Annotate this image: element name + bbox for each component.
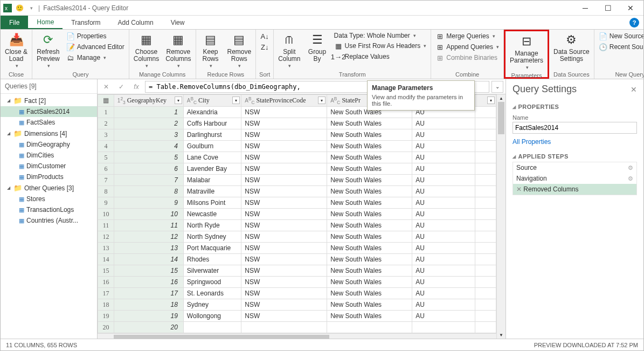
tab-add-column[interactable]: Add Column <box>109 16 162 29</box>
split-column-button[interactable]: ⫙Split Column <box>276 31 302 70</box>
window-title: FactSales2014 - Query Editor <box>43 4 128 12</box>
filter-dropdown-icon[interactable]: ▾ <box>487 97 495 104</box>
formula-dropdown[interactable]: ⌄ <box>491 81 503 93</box>
keep-rows-button[interactable]: ▤Keep Rows <box>198 31 223 70</box>
column-header[interactable]: ▾ <box>475 95 496 107</box>
table-row[interactable]: 1212North SydneyNSWNew South WalesAU <box>98 231 496 243</box>
close-load-button[interactable]: 📥Close & Load <box>3 31 30 70</box>
applied-steps-header[interactable]: APPLIED STEPS <box>513 153 637 160</box>
qat-dropdown-icon[interactable]: ▾ <box>26 3 36 13</box>
properties-button[interactable]: 📄Properties <box>64 31 127 41</box>
query-name-input[interactable] <box>513 122 637 134</box>
combine-binaries-button[interactable]: ⊞Combine Binaries <box>433 53 501 63</box>
table-row[interactable]: 1515SilverwaterNSWNew South WalesAU <box>98 265 496 277</box>
tooltip-title: Manage Parameters <box>372 84 470 92</box>
table-row[interactable]: 44GoulburnNSWNew South WalesAU <box>98 141 496 152</box>
table-row[interactable]: 1919WollongongNSWNew South WalesAU <box>98 311 496 322</box>
table-row[interactable]: 2020 <box>98 322 496 333</box>
filter-dropdown-icon[interactable]: ▾ <box>232 97 240 104</box>
tab-home[interactable]: Home <box>28 16 63 29</box>
recent-sources-button[interactable]: 🕒Recent Sources <box>597 42 644 52</box>
smiley-icon[interactable]: 🙂 <box>15 3 24 13</box>
tab-transform[interactable]: Transform <box>63 16 109 29</box>
minimize-button[interactable]: ─ <box>574 2 596 15</box>
choose-columns-button[interactable]: ▦Choose Columns <box>131 31 161 70</box>
ribbon: 📥Close & Load Close ⟳Refresh Preview 📄Pr… <box>1 30 643 79</box>
status-left: 11 COLUMNS, 655 ROWS <box>6 342 77 348</box>
close-settings-button[interactable]: ✕ <box>631 85 637 94</box>
table-row[interactable]: 66Lavender BayNSWNew South WalesAU <box>98 163 496 175</box>
column-header[interactable]: ABC StateProvinceCode▾ <box>241 95 327 107</box>
gear-icon[interactable]: ⚙ <box>628 175 633 182</box>
table-row[interactable]: 1818SydneyNSWNew South WalesAU <box>98 299 496 311</box>
append-queries-button[interactable]: ⊞Append Queries <box>433 42 501 52</box>
help-icon[interactable]: ? <box>629 18 639 27</box>
tree-group[interactable]: ◢📁Dimensions [4] <box>1 128 97 139</box>
table-corner[interactable]: ▦ <box>98 95 114 107</box>
tree-group[interactable]: ◢📁Fact [2] <box>1 95 97 106</box>
group-new-query: New Query <box>597 71 644 78</box>
table-row[interactable]: 88MatravilleNSWNew South WalesAU <box>98 186 496 197</box>
advanced-editor-button[interactable]: 📝Advanced Editor <box>64 42 127 52</box>
first-row-headers-button[interactable]: ▦Use First Row As Headers <box>332 41 429 51</box>
column-header[interactable]: 123 GeographyKey▾ <box>114 95 183 107</box>
cancel-formula-button[interactable]: ✕ <box>100 81 113 93</box>
table-row[interactable]: 1010NewcastleNSWNew South WalesAU <box>98 209 496 220</box>
applied-step[interactable]: ✕ Removed Columns <box>513 184 636 195</box>
filter-dropdown-icon[interactable]: ▾ <box>175 97 182 104</box>
table-row[interactable]: 55Lane CoveNSWNew South WalesAU <box>98 152 496 163</box>
manage-parameters-button[interactable]: ⊟Manage Parameters <box>508 33 545 72</box>
confirm-formula-button[interactable]: ✓ <box>115 81 128 93</box>
tooltip: Manage Parameters View and modify the pa… <box>367 80 475 111</box>
maximize-button[interactable]: ☐ <box>597 2 619 15</box>
group-reduce-rows: Reduce Rows <box>198 71 254 78</box>
tree-item[interactable]: ▦DimCities <box>1 150 97 161</box>
tab-file[interactable]: File <box>1 16 28 29</box>
table-row[interactable]: 1414RhodesNSWNew South WalesAU <box>98 254 496 265</box>
group-by-button[interactable]: ☰Group By <box>305 31 330 64</box>
table-row[interactable]: 1717St. LeonardsNSWNew South WalesAU <box>98 288 496 299</box>
new-source-button[interactable]: 📄New Source <box>597 31 644 41</box>
manage-button[interactable]: 🗂Manage <box>64 53 127 63</box>
merge-queries-button[interactable]: ⊞Merge Queries <box>433 31 501 41</box>
table-row[interactable]: 1616SpringwoodNSWNew South WalesAU <box>98 277 496 288</box>
tree-item[interactable]: ▦Countries (Austr... <box>1 215 97 226</box>
applied-step[interactable]: Navigation⚙ <box>513 173 636 184</box>
all-properties-link[interactable]: All Properties <box>513 138 637 146</box>
horizontal-scrollbar[interactable] <box>98 333 496 339</box>
fx-icon[interactable]: fx <box>130 81 143 93</box>
tree-item[interactable]: ▦DimProducts <box>1 171 97 182</box>
replace-values-button[interactable]: 1→2Replace Values <box>332 52 429 61</box>
close-window-button[interactable]: ✕ <box>620 2 641 15</box>
filter-dropdown-icon[interactable]: ▾ <box>318 97 326 104</box>
sort-asc-button[interactable]: A↓ <box>258 31 271 41</box>
tree-item[interactable]: ▦Stores <box>1 194 97 204</box>
table-row[interactable]: 1111North RydeNSWNew South WalesAU <box>98 220 496 231</box>
status-bar: 11 COLUMNS, 655 ROWS PREVIEW DOWNLOADED … <box>1 339 643 350</box>
gear-icon[interactable]: ⚙ <box>628 164 633 171</box>
tree-group[interactable]: ◢📁Other Queries [3] <box>1 182 97 194</box>
remove-columns-button[interactable]: ▦Remove Columns <box>163 31 193 70</box>
tree-item[interactable]: ▦TransactionLogs <box>1 204 97 215</box>
column-header[interactable]: ABC City▾ <box>183 95 241 107</box>
properties-header[interactable]: PROPERTIES <box>513 104 637 110</box>
table-row[interactable]: 99Milsons PointNSWNew South WalesAU <box>98 197 496 209</box>
data-type-button[interactable]: Data Type: Whole Number <box>332 31 429 40</box>
refresh-preview-button[interactable]: ⟳Refresh Preview <box>34 31 62 70</box>
sort-desc-button[interactable]: Z↓ <box>258 42 271 52</box>
query-settings-pane: Query Settings✕ PROPERTIES Name All Prop… <box>506 79 643 339</box>
applied-step[interactable]: Source⚙ <box>513 162 636 173</box>
data-grid[interactable]: ▦123 GeographyKey▾ABC City▾ABC StateProv… <box>98 94 496 333</box>
tree-item[interactable]: ▦DimCustomer <box>1 161 97 171</box>
data-source-settings-button[interactable]: ⚙Data Source Settings <box>551 31 592 64</box>
table-row[interactable]: 1313Port MacquarieNSWNew South WalesAU <box>98 243 496 254</box>
vertical-scrollbar[interactable]: ▲ ▼ <box>496 94 505 339</box>
tab-view[interactable]: View <box>162 16 193 29</box>
table-row[interactable]: 22Coffs HarbourNSWNew South WalesAU <box>98 118 496 129</box>
tree-item[interactable]: ▦FactSales <box>1 117 97 128</box>
table-row[interactable]: 77MalabarNSWNew South WalesAU <box>98 175 496 186</box>
remove-rows-button[interactable]: ▤Remove Rows <box>225 31 254 70</box>
tree-item[interactable]: ▦DimGeography <box>1 139 97 150</box>
table-row[interactable]: 33DarlinghurstNSWNew South WalesAU <box>98 129 496 141</box>
tree-item[interactable]: ▦FactSales2014 <box>1 106 97 117</box>
